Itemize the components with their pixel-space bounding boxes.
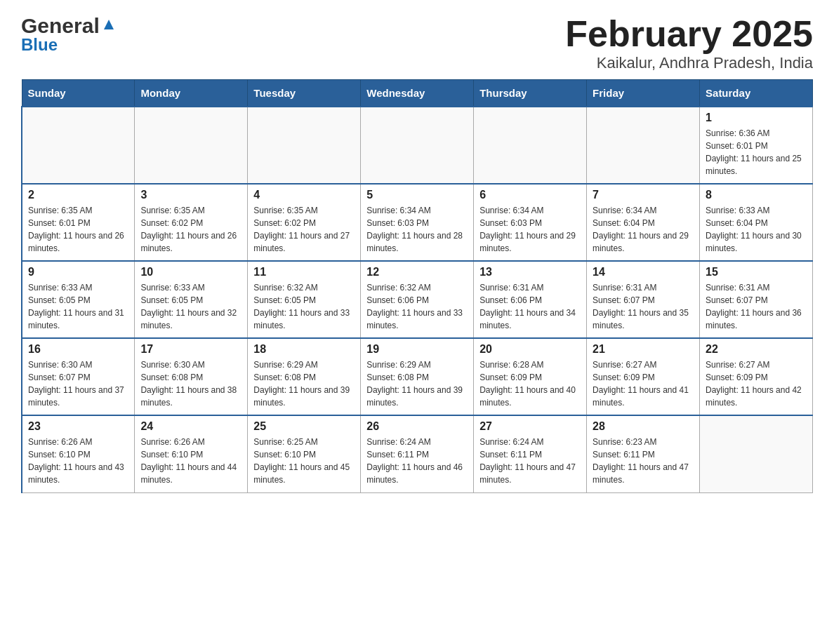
calendar-header-row: Sunday Monday Tuesday Wednesday Thursday…: [22, 80, 813, 107]
calendar-cell: 7Sunrise: 6:34 AM Sunset: 6:04 PM Daylig…: [587, 184, 700, 261]
day-number: 1: [706, 112, 807, 124]
day-info: Sunrise: 6:34 AM Sunset: 6:03 PM Dayligh…: [479, 204, 581, 255]
day-number: 8: [706, 189, 807, 201]
logo: General Blue: [21, 14, 117, 55]
col-wednesday: Wednesday: [361, 80, 474, 107]
day-number: 16: [28, 343, 128, 356]
calendar-cell: 5Sunrise: 6:34 AM Sunset: 6:03 PM Daylig…: [361, 184, 474, 261]
day-info: Sunrise: 6:30 AM Sunset: 6:08 PM Dayligh…: [140, 358, 241, 409]
calendar-week-row: 16Sunrise: 6:30 AM Sunset: 6:07 PM Dayli…: [22, 338, 813, 415]
calendar-cell: 2Sunrise: 6:35 AM Sunset: 6:01 PM Daylig…: [22, 184, 135, 261]
day-info: Sunrise: 6:30 AM Sunset: 6:07 PM Dayligh…: [28, 358, 128, 409]
day-info: Sunrise: 6:31 AM Sunset: 6:07 PM Dayligh…: [706, 281, 807, 332]
calendar-cell: 4Sunrise: 6:35 AM Sunset: 6:02 PM Daylig…: [248, 184, 361, 261]
day-number: 17: [140, 343, 241, 356]
calendar-week-row: 23Sunrise: 6:26 AM Sunset: 6:10 PM Dayli…: [22, 415, 813, 492]
day-number: 27: [479, 420, 581, 433]
logo-blue-text: Blue: [21, 35, 58, 55]
calendar-cell: 8Sunrise: 6:33 AM Sunset: 6:04 PM Daylig…: [700, 184, 813, 261]
calendar-cell: 15Sunrise: 6:31 AM Sunset: 6:07 PM Dayli…: [700, 261, 813, 338]
day-info: Sunrise: 6:24 AM Sunset: 6:11 PM Dayligh…: [366, 436, 468, 486]
day-info: Sunrise: 6:33 AM Sunset: 6:05 PM Dayligh…: [28, 281, 128, 332]
calendar-cell: 6Sunrise: 6:34 AM Sunset: 6:03 PM Daylig…: [474, 184, 587, 261]
day-info: Sunrise: 6:31 AM Sunset: 6:06 PM Dayligh…: [479, 281, 581, 332]
day-number: 25: [253, 420, 355, 433]
day-number: 9: [28, 266, 128, 279]
day-info: Sunrise: 6:26 AM Sunset: 6:10 PM Dayligh…: [28, 436, 128, 486]
calendar-week-row: 9Sunrise: 6:33 AM Sunset: 6:05 PM Daylig…: [22, 261, 813, 338]
day-number: 12: [366, 266, 468, 279]
day-number: 19: [366, 343, 468, 356]
calendar-cell: 21Sunrise: 6:27 AM Sunset: 6:09 PM Dayli…: [587, 338, 700, 415]
calendar-cell: 23Sunrise: 6:26 AM Sunset: 6:10 PM Dayli…: [22, 415, 135, 492]
calendar-title: February 2025: [565, 14, 813, 54]
calendar-cell: 27Sunrise: 6:24 AM Sunset: 6:11 PM Dayli…: [474, 415, 587, 492]
day-info: Sunrise: 6:31 AM Sunset: 6:07 PM Dayligh…: [593, 281, 694, 332]
page-header: General Blue February 2025 Kaikalur, And…: [21, 14, 813, 72]
day-number: 28: [593, 420, 694, 433]
day-number: 13: [479, 266, 581, 279]
calendar-week-row: 1Sunrise: 6:36 AM Sunset: 6:01 PM Daylig…: [22, 107, 813, 184]
day-number: 7: [593, 189, 694, 201]
day-info: Sunrise: 6:26 AM Sunset: 6:10 PM Dayligh…: [140, 436, 241, 486]
calendar-cell: [474, 107, 587, 184]
day-info: Sunrise: 6:32 AM Sunset: 6:06 PM Dayligh…: [366, 281, 468, 332]
calendar-cell: 22Sunrise: 6:27 AM Sunset: 6:09 PM Dayli…: [700, 338, 813, 415]
day-number: 3: [140, 189, 241, 201]
calendar-cell: 28Sunrise: 6:23 AM Sunset: 6:11 PM Dayli…: [587, 415, 700, 492]
day-info: Sunrise: 6:29 AM Sunset: 6:08 PM Dayligh…: [253, 358, 355, 409]
calendar-cell: 3Sunrise: 6:35 AM Sunset: 6:02 PM Daylig…: [135, 184, 248, 261]
day-number: 18: [253, 343, 355, 356]
day-number: 2: [28, 189, 128, 201]
col-monday: Monday: [135, 80, 248, 107]
day-info: Sunrise: 6:33 AM Sunset: 6:05 PM Dayligh…: [140, 281, 241, 332]
day-number: 22: [706, 343, 807, 356]
day-number: 14: [593, 266, 694, 279]
calendar-cell: 12Sunrise: 6:32 AM Sunset: 6:06 PM Dayli…: [361, 261, 474, 338]
day-info: Sunrise: 6:35 AM Sunset: 6:02 PM Dayligh…: [140, 204, 241, 255]
col-saturday: Saturday: [700, 80, 813, 107]
calendar-subtitle: Kaikalur, Andhra Pradesh, India: [565, 54, 813, 72]
calendar-cell: 13Sunrise: 6:31 AM Sunset: 6:06 PM Dayli…: [474, 261, 587, 338]
day-number: 5: [366, 189, 468, 201]
calendar-cell: 10Sunrise: 6:33 AM Sunset: 6:05 PM Dayli…: [135, 261, 248, 338]
day-info: Sunrise: 6:32 AM Sunset: 6:05 PM Dayligh…: [253, 281, 355, 332]
day-number: 6: [479, 189, 581, 201]
day-info: Sunrise: 6:33 AM Sunset: 6:04 PM Dayligh…: [706, 204, 807, 255]
day-info: Sunrise: 6:34 AM Sunset: 6:03 PM Dayligh…: [366, 204, 468, 255]
calendar-cell: 26Sunrise: 6:24 AM Sunset: 6:11 PM Dayli…: [361, 415, 474, 492]
col-friday: Friday: [587, 80, 700, 107]
calendar-cell: 19Sunrise: 6:29 AM Sunset: 6:08 PM Dayli…: [361, 338, 474, 415]
calendar-cell: 25Sunrise: 6:25 AM Sunset: 6:10 PM Dayli…: [248, 415, 361, 492]
calendar-cell: 16Sunrise: 6:30 AM Sunset: 6:07 PM Dayli…: [22, 338, 135, 415]
calendar-cell: [248, 107, 361, 184]
day-number: 4: [253, 189, 355, 201]
day-info: Sunrise: 6:25 AM Sunset: 6:10 PM Dayligh…: [253, 436, 355, 486]
calendar-table: Sunday Monday Tuesday Wednesday Thursday…: [21, 79, 813, 493]
day-info: Sunrise: 6:28 AM Sunset: 6:09 PM Dayligh…: [479, 358, 581, 409]
day-number: 20: [479, 343, 581, 356]
day-info: Sunrise: 6:23 AM Sunset: 6:11 PM Dayligh…: [593, 436, 694, 486]
logo-triangle-icon: [101, 17, 117, 32]
calendar-cell: [587, 107, 700, 184]
calendar-cell: 1Sunrise: 6:36 AM Sunset: 6:01 PM Daylig…: [700, 107, 813, 184]
calendar-cell: [22, 107, 135, 184]
calendar-cell: 14Sunrise: 6:31 AM Sunset: 6:07 PM Dayli…: [587, 261, 700, 338]
day-info: Sunrise: 6:27 AM Sunset: 6:09 PM Dayligh…: [593, 358, 694, 409]
calendar-cell: 18Sunrise: 6:29 AM Sunset: 6:08 PM Dayli…: [248, 338, 361, 415]
calendar-week-row: 2Sunrise: 6:35 AM Sunset: 6:01 PM Daylig…: [22, 184, 813, 261]
calendar-cell: [361, 107, 474, 184]
calendar-cell: 11Sunrise: 6:32 AM Sunset: 6:05 PM Dayli…: [248, 261, 361, 338]
col-thursday: Thursday: [474, 80, 587, 107]
calendar-cell: 20Sunrise: 6:28 AM Sunset: 6:09 PM Dayli…: [474, 338, 587, 415]
day-number: 21: [593, 343, 694, 356]
day-number: 10: [140, 266, 241, 279]
day-number: 15: [706, 266, 807, 279]
svg-marker-0: [104, 20, 114, 29]
calendar-cell: 24Sunrise: 6:26 AM Sunset: 6:10 PM Dayli…: [135, 415, 248, 492]
day-number: 11: [253, 266, 355, 279]
col-sunday: Sunday: [22, 80, 135, 107]
calendar-title-area: February 2025 Kaikalur, Andhra Pradesh, …: [565, 14, 813, 72]
calendar-cell: [135, 107, 248, 184]
day-info: Sunrise: 6:35 AM Sunset: 6:02 PM Dayligh…: [253, 204, 355, 255]
